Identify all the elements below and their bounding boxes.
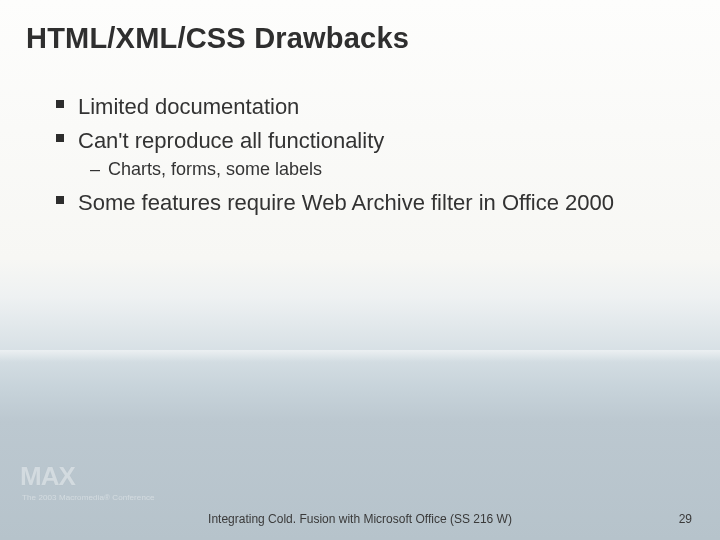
bullet-item: Limited documentation — [56, 92, 680, 122]
bullet-item: Some features require Web Archive filter… — [56, 188, 680, 218]
dash-bullet-icon: – — [90, 159, 100, 180]
square-bullet-icon — [56, 196, 64, 204]
logo-tagline: The 2003 Macromedia® Conference — [22, 493, 155, 502]
logo-text: MAX — [20, 461, 75, 492]
square-bullet-icon — [56, 100, 64, 108]
sub-bullet-item: – Charts, forms, some labels — [90, 159, 680, 180]
square-bullet-icon — [56, 134, 64, 142]
page-number: 29 — [679, 512, 692, 526]
horizon-decoration — [0, 350, 720, 362]
sub-bullet-text: Charts, forms, some labels — [108, 159, 322, 180]
footer-title: Integrating Cold. Fusion with Microsoft … — [0, 512, 720, 526]
bullet-text: Some features require Web Archive filter… — [78, 188, 614, 218]
max-logo: MAX — [20, 461, 75, 492]
slide-content: Limited documentation Can't reproduce al… — [56, 92, 680, 222]
bullet-item: Can't reproduce all functionality — [56, 126, 680, 156]
slide-title: HTML/XML/CSS Drawbacks — [26, 22, 409, 55]
bullet-text: Can't reproduce all functionality — [78, 126, 384, 156]
bullet-text: Limited documentation — [78, 92, 299, 122]
